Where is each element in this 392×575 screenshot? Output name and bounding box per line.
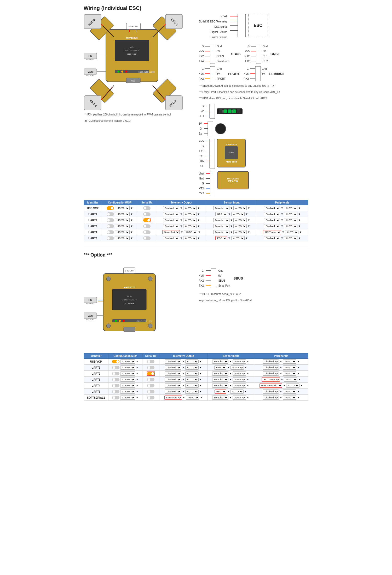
col-sensor: Sensor Input (207, 200, 256, 205)
row-config-msp: 115200 ▼ (108, 377, 142, 383)
toggle-off[interactable] (143, 206, 151, 210)
svg-point-91 (106, 277, 111, 281)
opt-sbus-pin-5v: 5V (218, 273, 230, 278)
wiring-left: ESC-2 ESC-1 ESC-4 ESC-3 2-8S LiPo (84, 14, 193, 196)
svg-rect-64 (210, 66, 215, 81)
row-sensor: ESC ▼ AUTO ▼ (207, 235, 256, 241)
row-peripheral: Disabled ▼ AUTO ▼ (256, 211, 308, 217)
toggle-on[interactable] (143, 218, 151, 222)
toggle-off[interactable] (147, 390, 154, 393)
row-config-msp: 115200 ▼ (102, 211, 138, 217)
gps-model: M8Q-5883 (226, 160, 237, 163)
toggle-on[interactable] (112, 360, 119, 363)
row-peripheral: Disabled ▼ AUTO ▼ (256, 223, 308, 229)
toggle-off[interactable] (112, 366, 119, 369)
svg-text:MATEKSYS: MATEKSYS (124, 286, 135, 288)
svg-rect-68 (255, 66, 261, 81)
table-row: UART3 115200 ▼Disabled ▼ AUTO ▼Disabled … (84, 377, 308, 383)
svg-point-103 (123, 320, 125, 322)
col2-telemetry: Telemetry Output (159, 353, 207, 359)
notes-top-2: (BF CLI resource camera_control 1 A01) (84, 119, 193, 123)
row-serial-rx (142, 371, 159, 377)
svg-text:LED3.3 LED1 LED0: LED3.3 LED1 LED0 (139, 71, 155, 73)
toggle-off[interactable] (143, 236, 151, 240)
vtx-g: G (199, 181, 204, 186)
svg-rect-76 (208, 121, 213, 136)
toggle-off[interactable] (112, 396, 119, 399)
row-peripheral: Disabled ▼ AUTO ▼ (254, 395, 308, 401)
svg-text:MATEKSYS: MATEKSYS (126, 37, 138, 39)
row-serial-rx (142, 359, 159, 365)
svg-point-101 (115, 320, 117, 322)
row-identifier: UART1 (84, 365, 108, 371)
row-config-msp: 115200 ▼ (102, 229, 138, 235)
toggle-off[interactable] (147, 378, 154, 381)
row-peripheral: Disabled ▼ AUTO ▼ (256, 217, 308, 223)
svg-text:USB: USB (131, 80, 135, 82)
toggle-off[interactable] (112, 372, 119, 375)
row-identifier: SOFTSERIAL1 (84, 395, 108, 401)
led-g: G (199, 104, 204, 109)
toggle-off[interactable] (107, 236, 114, 240)
svg-point-25 (125, 71, 127, 73)
toggle-off[interactable] (107, 212, 114, 216)
row-sensor: ESC ▼ AUTO ▼ (207, 389, 254, 395)
toggle-off[interactable] (107, 218, 114, 222)
gps-da: DA (199, 159, 204, 164)
wiring-section: ESC-2 ESC-1 ESC-4 ESC-3 2-8S LiPo (84, 14, 308, 196)
toggle-off[interactable] (107, 224, 114, 228)
row-sensor: Disabled ▼ AUTO ▼ (207, 229, 256, 235)
row-peripheral: Disabled ▼ AUTO ▼ (254, 359, 308, 365)
ppm-4v5: 4V5 (244, 71, 249, 76)
table-row: UART2 115200 ▼Disabled ▼ AUTO ▼Disabled … (84, 371, 308, 377)
svg-text:Cam: Cam (88, 71, 93, 73)
toggle-off[interactable] (147, 366, 154, 369)
svg-text:Camera-2: Camera-2 (86, 59, 94, 61)
toggle-off[interactable] (147, 360, 154, 363)
gps-g: G (199, 144, 204, 149)
table-row: UART4 115200 ▼SmartPort ▼ AUTO ▼Disabled… (84, 229, 308, 235)
vtx-tx3: TX3 (199, 191, 204, 196)
section-divider (84, 247, 308, 247)
toggle-off[interactable] (143, 230, 151, 234)
opt-sbus-pin-gnd: Gnd (218, 268, 230, 273)
row-sensor: GPS ▼ AUTO ▼ (207, 365, 254, 371)
toggle-off[interactable] (147, 396, 154, 399)
svg-point-23 (117, 71, 119, 73)
row-sensor: Disabled ▼ AUTO ▼ (207, 217, 256, 223)
crsf-rx2: RX2 (245, 54, 250, 59)
toggle-off[interactable] (143, 224, 151, 228)
row-serial-rx (138, 217, 156, 223)
sbus-pin-sp: SmartPort (217, 59, 228, 64)
wiring-right: VBAT BLHeli32 ESC Telemetry ESC signal S… (199, 14, 308, 196)
option-wiring-left: MCU STM32F722RET6 F722-SE MATEKSYS LED3.… (84, 260, 193, 349)
toggle-off[interactable] (112, 384, 119, 387)
row-peripheral: Disabled ▼ AUTO ▼ (256, 235, 308, 241)
option-board-svg: MCU STM32F722RET6 F722-SE MATEKSYS LED3.… (84, 260, 175, 349)
led-wire-svg (206, 104, 215, 119)
config-table-1: Identifier Configuration/MSP Serial Rx T… (84, 200, 308, 241)
svg-text:Camera-1: Camera-1 (86, 318, 94, 320)
vtx-gnd: Gnd (199, 176, 204, 181)
row-peripheral: RunCam Devic ▼ AUTO ▼ (254, 383, 308, 389)
toggle-on[interactable] (147, 372, 154, 375)
svg-text:STM32F722RET6: STM32F722RET6 (125, 50, 140, 51)
fport-rx2: RX2 (199, 76, 204, 81)
row-serial-rx (138, 211, 156, 217)
opt-sbus-wire-svg (206, 268, 216, 288)
row-sensor: Disabled ▼ AUTO ▼ (207, 223, 256, 229)
row-peripheral: Disabled ▼ AUTO ▼ (256, 205, 308, 211)
row-config-msp: 115200 ▼ (102, 223, 138, 229)
toggle-on[interactable] (107, 206, 114, 210)
row-sensor: Disabled ▼ AUTO ▼ (207, 395, 254, 401)
toggle-off[interactable] (112, 378, 119, 381)
toggle-off[interactable] (143, 212, 151, 216)
toggle-off[interactable] (112, 390, 119, 393)
row-peripheral: IRC Tramp ▼ AUTO ▼ (254, 377, 308, 383)
row-peripheral: Disabled ▼ AUTO ▼ (254, 371, 308, 377)
conn-note-2: *** Frsky FPort, SmartPort can be connec… (199, 90, 308, 94)
toggle-off[interactable] (107, 230, 114, 234)
svg-text:HD: HD (89, 299, 92, 301)
svg-rect-89 (210, 171, 215, 196)
toggle-off[interactable] (147, 384, 154, 387)
